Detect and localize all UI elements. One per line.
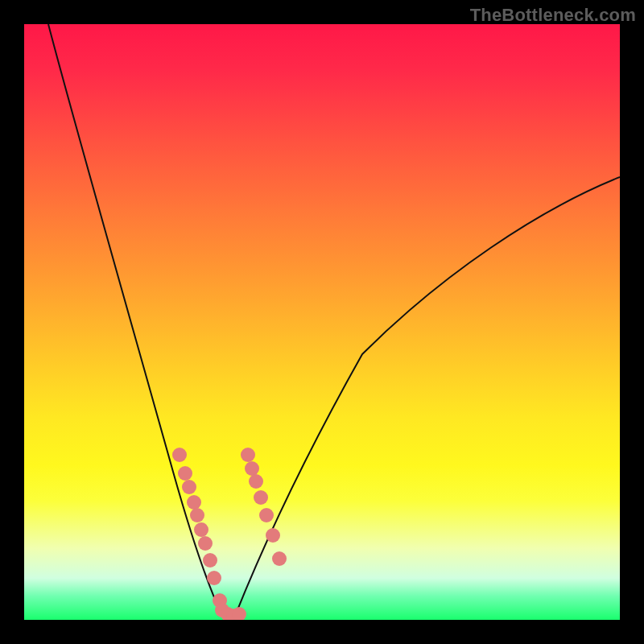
data-point: [172, 448, 187, 462]
data-point: [203, 553, 217, 568]
data-point: [207, 571, 221, 585]
data-point: [178, 466, 192, 481]
data-point: [194, 522, 208, 537]
right-limb-curve: [235, 177, 620, 616]
data-point: [272, 551, 287, 566]
chart-frame: TheBottleneck.com: [0, 0, 644, 644]
data-point: [249, 474, 263, 489]
data-point: [259, 508, 274, 522]
data-point: [187, 495, 201, 510]
data-point: [245, 461, 259, 476]
data-point: [182, 480, 196, 494]
plot-area: [24, 24, 620, 620]
data-point: [254, 490, 268, 505]
data-point: [198, 536, 213, 551]
watermark-text: TheBottleneck.com: [470, 5, 636, 26]
data-point: [266, 528, 280, 543]
data-point: [241, 448, 255, 462]
data-point: [190, 508, 204, 522]
curve-layer: [24, 24, 620, 620]
data-points: [172, 448, 287, 620]
